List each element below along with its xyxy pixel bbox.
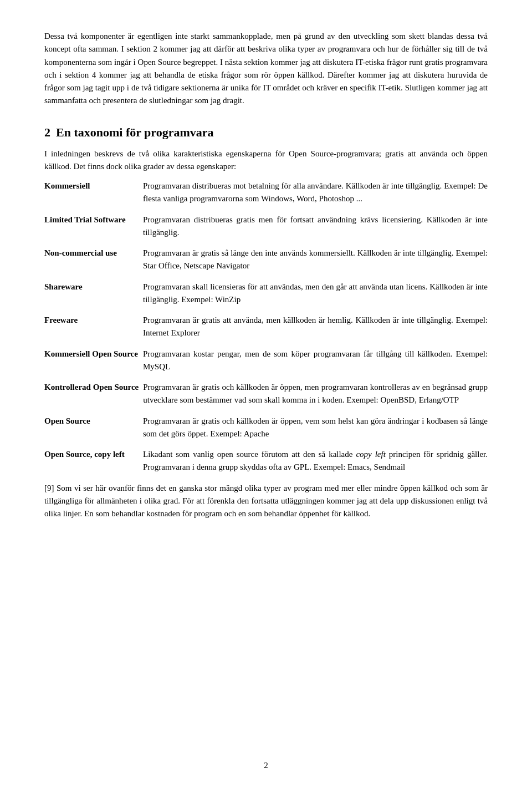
section-2-heading: 2En taxonomi för programvara — [44, 125, 488, 140]
taxonomy-term: Kommersiell Open Source — [44, 348, 139, 360]
taxonomy-definition: Programvaran är gratis och källkoden är … — [143, 381, 488, 407]
taxonomy-list: Kommersiell Programvaran distribueras mo… — [44, 180, 488, 474]
intro-paragraph: Dessa två komponenter är egentligen inte… — [44, 30, 488, 108]
taxonomy-term: Limited Trial Software — [44, 213, 139, 226]
page-number: 2 — [264, 761, 268, 770]
taxonomy-term: Freeware — [44, 314, 139, 327]
taxonomy-term: Shareware — [44, 281, 139, 293]
taxonomy-definition: Programvaran kostar pengar, men de som k… — [143, 348, 488, 374]
taxonomy-term: Open Source, copy left — [44, 448, 139, 461]
page: Dessa två komponenter är egentligen inte… — [0, 0, 532, 788]
section-number: 2 — [44, 125, 50, 139]
list-item: Shareware Programvaran skall licensieras… — [44, 281, 488, 307]
taxonomy-definition: Programvaran distribueras mot betalning … — [143, 180, 488, 206]
list-item: Kontrollerad Open Source Programvaran är… — [44, 381, 488, 407]
taxonomy-definition: Programvaran skall licensieras för att a… — [143, 281, 488, 307]
section-title: En taxonomi för programvara — [56, 125, 214, 139]
taxonomy-definition: Likadant som vanlig open source förutom … — [143, 448, 488, 474]
list-item: Non-commercial use Programvaran är grati… — [44, 247, 488, 273]
list-item: Limited Trial Software Programvaran dist… — [44, 213, 488, 240]
list-item: Open Source, copy left Likadant som vanl… — [44, 448, 488, 474]
taxonomy-term: Kommersiell — [44, 180, 139, 192]
taxonomy-definition: Programvaran är gratis så länge den inte… — [143, 247, 488, 273]
list-item: Kommersiell Open Source Programvaran kos… — [44, 348, 488, 374]
list-item: Kommersiell Programvaran distribueras mo… — [44, 180, 488, 206]
taxonomy-term: Kontrollerad Open Source — [44, 381, 139, 394]
taxonomy-term: Open Source — [44, 415, 139, 428]
definition-italic: copy left — [356, 450, 385, 459]
definition-pre: Likadant som vanlig open source förutom … — [143, 450, 356, 459]
taxonomy-definition: Programvaran är gratis och källkoden är … — [143, 415, 488, 441]
taxonomy-term: Non-commercial use — [44, 247, 139, 260]
list-item: Open Source Programvaran är gratis och k… — [44, 415, 488, 441]
taxonomy-definition: Programvaran distribueras gratis men för… — [143, 213, 488, 240]
list-item: Freeware Programvaran är gratis att anvä… — [44, 314, 488, 340]
footnote-paragraph: [9] Som vi ser här ovanför finns det en … — [44, 482, 488, 521]
taxonomy-definition: Programvaran är gratis att använda, men … — [143, 314, 488, 340]
section2-intro: I inledningen beskrevs de två olika kara… — [44, 148, 488, 174]
